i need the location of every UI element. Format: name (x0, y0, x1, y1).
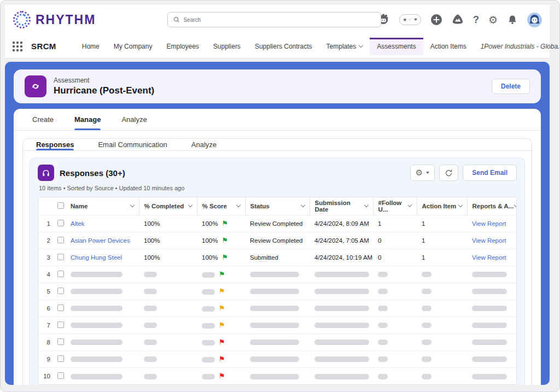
completed-cell: 100% (139, 232, 197, 249)
tab-analyze[interactable]: Analyze (121, 109, 147, 130)
skeleton-pill (144, 374, 157, 379)
column-header-action-item[interactable]: Action Item (417, 197, 467, 215)
row-checkbox[interactable] (57, 355, 64, 362)
row-number: 3 (38, 249, 52, 266)
table-row: 10⚑ (38, 367, 517, 384)
send-email-button[interactable]: Send Email (463, 165, 517, 181)
responses-panel: Responses (30+) ⚙ Send Email (30, 157, 525, 385)
supplier-name-link[interactable]: Altek (71, 220, 85, 227)
row-number: 7 (38, 317, 52, 334)
help-icon[interactable]: ? (473, 14, 479, 26)
status-cell: Review Completed (245, 232, 310, 249)
guidance-center-icon[interactable] (452, 14, 464, 26)
supplier-name-link[interactable]: Asian Power Devices (71, 237, 130, 244)
row-checkbox[interactable] (57, 271, 64, 277)
app-launcher-icon[interactable] (13, 42, 22, 51)
subtab-analyze[interactable]: Analyze (191, 139, 217, 150)
skeleton-pill (422, 306, 431, 311)
nav-item-label: Suppliers Contracts (255, 43, 312, 50)
list-meta-text: 10 items • Sorted by Source • Updated 10… (39, 185, 517, 191)
refresh-button[interactable] (439, 165, 458, 181)
favorite-star-icon[interactable]: ★ (400, 17, 410, 22)
responses-headset-icon (38, 165, 54, 181)
manage-section: ResponsesEmail CommunicationAnalyze Resp… (22, 138, 532, 385)
submission-date-cell: 4/24/2024, 8:09 AM (310, 215, 373, 232)
user-avatar[interactable] (527, 13, 542, 27)
list-settings-button[interactable]: ⚙ (410, 165, 435, 181)
page-title: Hurricane (Post-Event) (54, 85, 154, 96)
row-checkbox[interactable] (57, 237, 64, 243)
search-input[interactable] (183, 17, 375, 23)
column-header-completed[interactable]: % Completed (139, 197, 197, 215)
skeleton-pill (202, 289, 215, 295)
view-report-link[interactable]: View Report (472, 220, 506, 227)
skeleton-pill (472, 306, 507, 311)
nav-item-home[interactable]: Home (75, 38, 107, 55)
tab-manage[interactable]: Manage (74, 109, 101, 130)
skeleton-pill (250, 306, 299, 311)
skeleton-pill (378, 272, 388, 277)
nav-item-label: Employees (166, 43, 199, 50)
brand-logo-icon (13, 10, 31, 29)
select-all-checkbox[interactable] (57, 202, 64, 209)
nav-item-suppliers-contracts[interactable]: Suppliers Contracts (248, 38, 319, 55)
global-add-icon[interactable] (430, 14, 442, 26)
row-number: 5 (38, 283, 52, 300)
nav-item-suppliers[interactable]: Suppliers (206, 38, 248, 55)
refresh-icon (445, 169, 453, 177)
column-header-submission-date[interactable]: Submission Date (310, 197, 373, 215)
submission-date-cell: 4/24/2024, 7:05 AM (310, 232, 373, 249)
skeleton-pill (422, 323, 431, 328)
column-header-status[interactable]: Status (245, 197, 310, 215)
skeleton-pill (314, 323, 369, 328)
subtab-responses[interactable]: Responses (36, 139, 74, 150)
nav-item-templates[interactable]: Templates (319, 38, 370, 55)
column-header-reports[interactable]: Reports & A... (467, 197, 517, 215)
view-report-link[interactable]: View Report (472, 237, 506, 244)
nav-item-my-company[interactable]: My Company (107, 38, 160, 55)
responses-title: Responses (30+) (60, 168, 125, 178)
setup-gear-icon[interactable]: ⚙ (488, 14, 498, 26)
skeleton-pill (422, 340, 431, 345)
row-checkbox[interactable] (57, 305, 64, 311)
nav-item-assessments[interactable]: Assessments (370, 38, 423, 55)
supplier-name-link[interactable]: Chung Hung Steel (71, 254, 122, 261)
score-flag-icon: ⚑ (219, 372, 225, 380)
favorites-dropdown-icon[interactable] (410, 19, 421, 21)
column-header-name[interactable]: Name (66, 197, 139, 215)
assessment-icon (25, 75, 46, 97)
column-header-score[interactable]: % Score (197, 197, 245, 215)
row-checkbox[interactable] (57, 338, 64, 345)
view-report-link[interactable]: View Report (472, 254, 506, 261)
nav-item-action-items[interactable]: Action Items (423, 38, 474, 55)
table-header-row: Name % Completed % Score Status Submissi… (38, 197, 517, 215)
row-checkbox[interactable] (57, 288, 64, 294)
content-card: CreateManageAnalyze ResponsesEmail Commu… (14, 109, 541, 385)
favorites-button[interactable]: ★ (399, 14, 421, 25)
global-search[interactable] (167, 12, 381, 27)
status-cell: Submitted (245, 249, 310, 266)
skeleton-pill (378, 306, 388, 311)
row-checkbox[interactable] (57, 372, 64, 379)
brand-name: RHYTHM (36, 13, 96, 27)
nav-item-employees[interactable]: Employees (159, 38, 206, 55)
skeleton-pill (202, 323, 215, 329)
chevron-down-icon (130, 203, 134, 207)
completed-cell: 100% (139, 215, 197, 232)
skeleton-pill (472, 272, 507, 277)
delete-button[interactable]: Delete (492, 79, 530, 94)
nav-item-1power-industrials-globa[interactable]: 1Power Industrials - Globa... (474, 38, 560, 55)
skeleton-pill (202, 340, 215, 346)
row-checkbox[interactable] (57, 220, 64, 226)
chevron-down-icon (514, 203, 517, 207)
column-header-follow-up[interactable]: #Follow U... (373, 197, 417, 215)
subtab-email-communication[interactable]: Email Communication (98, 139, 167, 150)
skeleton-pill (422, 356, 431, 362)
skeleton-pill (378, 289, 388, 294)
notifications-bell-icon[interactable] (507, 14, 518, 25)
row-checkbox[interactable] (57, 254, 64, 260)
score-flag-icon: ⚑ (221, 253, 228, 261)
tab-create[interactable]: Create (32, 109, 54, 130)
table-row: 1Altek100%100%⚑Review Completed4/24/2024… (38, 215, 517, 232)
row-checkbox[interactable] (57, 321, 64, 328)
